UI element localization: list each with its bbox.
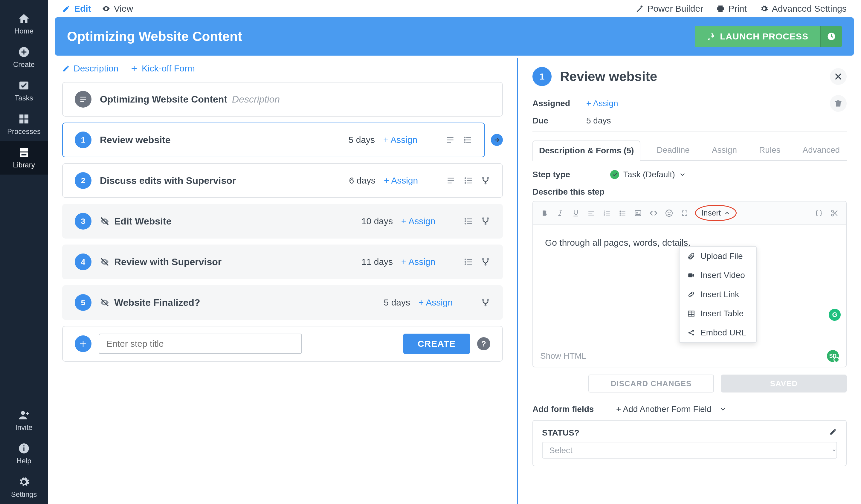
step-assign[interactable]: + Assign <box>401 257 455 267</box>
variables-button[interactable] <box>812 207 825 219</box>
tab-description-forms[interactable]: Description & Forms (5) <box>532 140 640 161</box>
branch-icon[interactable] <box>481 216 490 226</box>
tab-description[interactable]: Description <box>62 63 118 73</box>
detail-tabs: Description & Forms (5) Deadline Assign … <box>532 140 847 161</box>
edit-form-field-button[interactable] <box>829 428 837 438</box>
rail-tasks[interactable]: Tasks <box>0 74 48 108</box>
power-builder[interactable]: Power Builder <box>635 3 703 14</box>
insert-button[interactable]: Insert <box>695 205 737 221</box>
rail-invite[interactable]: Invite <box>0 404 48 437</box>
step-type-selector[interactable]: Task (Default) <box>610 170 686 179</box>
step-assign[interactable]: + Assign <box>401 216 455 226</box>
new-step-input[interactable] <box>99 333 302 354</box>
rail-processes[interactable]: Processes <box>0 108 48 141</box>
list-icon[interactable] <box>463 216 473 226</box>
step-title: Website Finalized? <box>114 297 200 308</box>
fullscreen-button[interactable] <box>678 207 691 219</box>
list-icon[interactable] <box>463 176 473 185</box>
step-card[interactable]: 1 Review website 5 days + Assign <box>62 123 485 157</box>
code-button[interactable] <box>647 207 660 219</box>
step-card[interactable]: 5 Website Finalized? 5 days + Assign <box>62 285 503 320</box>
insert-video[interactable]: Insert Video <box>680 266 756 285</box>
list-icon[interactable] <box>463 135 472 145</box>
insert-link[interactable]: Insert Link <box>680 285 756 304</box>
italic-button[interactable] <box>554 207 566 219</box>
form-field-select[interactable]: Select <box>542 442 837 459</box>
assign-link[interactable]: + Assign <box>586 99 618 108</box>
tab-deadline[interactable]: Deadline <box>651 140 696 160</box>
insert-table[interactable]: Insert Table <box>680 304 756 323</box>
hidden-icon <box>100 257 109 267</box>
link-icon <box>687 290 695 298</box>
help-button[interactable]: ? <box>477 337 490 350</box>
editor-body[interactable]: Go through all pages, words, details, G … <box>533 225 846 345</box>
align-button[interactable] <box>585 207 598 219</box>
rocket-icon <box>707 32 716 41</box>
close-detail-button[interactable] <box>830 68 847 85</box>
user-avatar[interactable]: SR <box>827 350 839 362</box>
rail-home[interactable]: Home <box>0 7 48 41</box>
insert-upload-file[interactable]: Upload File <box>680 247 756 266</box>
tab-rules[interactable]: Rules <box>753 140 787 160</box>
add-form-field-button[interactable]: + Add Another Form Field <box>616 405 726 414</box>
print[interactable]: Print <box>716 3 747 14</box>
lines-icon[interactable] <box>446 176 456 185</box>
tab-advanced[interactable]: Advanced <box>797 140 846 160</box>
tab-kickoff[interactable]: Kick-off Form <box>131 63 195 73</box>
describe-label: Describe this step <box>532 187 847 197</box>
bold-button[interactable] <box>538 207 551 219</box>
lines-icon[interactable] <box>446 135 455 145</box>
rail-settings[interactable]: Settings <box>0 471 48 504</box>
step-assign[interactable]: + Assign <box>383 135 437 145</box>
image-button[interactable] <box>632 207 644 219</box>
advanced-settings[interactable]: Advanced Settings <box>760 3 847 14</box>
step-deadline[interactable]: 10 days <box>333 216 393 226</box>
rail-help[interactable]: Help <box>0 437 48 471</box>
form-field-card: STATUS? Select <box>532 420 847 466</box>
step-card[interactable]: 2 Discuss edits with Supervisor 6 days +… <box>62 163 503 198</box>
step-deadline[interactable]: 6 days <box>316 176 375 186</box>
step-type-label: Step type <box>532 170 610 179</box>
new-step-row: CREATE ? <box>62 326 503 362</box>
step-card[interactable]: 3 Edit Website 10 days + Assign <box>62 204 503 239</box>
snippets-button[interactable] <box>828 207 840 219</box>
pencil-icon <box>62 65 70 72</box>
emoji-button[interactable] <box>663 207 675 219</box>
grammarly-badge[interactable]: G <box>829 309 840 321</box>
rail-create[interactable]: Create <box>0 41 48 74</box>
pencil-icon <box>829 428 837 436</box>
step-assign[interactable]: + Assign <box>419 297 472 308</box>
insert-embed-url[interactable]: Embed URL <box>680 323 756 342</box>
branch-icon[interactable] <box>481 298 490 307</box>
launch-button[interactable]: LAUNCH PROCESS <box>695 26 820 47</box>
step-deadline[interactable]: 11 days <box>333 257 393 267</box>
open-detail-button[interactable] <box>491 134 503 146</box>
tab-assign[interactable]: Assign <box>706 140 743 160</box>
step-deadline[interactable]: 5 days <box>351 297 410 308</box>
share-icon <box>687 329 695 337</box>
branch-icon[interactable] <box>481 176 490 185</box>
create-step-button[interactable]: CREATE <box>403 333 470 354</box>
plus-icon <box>131 65 138 72</box>
process-header-card[interactable]: Optimizing Website ContentDescription <box>62 82 503 117</box>
delete-step-button[interactable] <box>830 95 847 112</box>
unordered-list-button[interactable] <box>616 207 629 219</box>
launch-menu[interactable] <box>820 26 842 47</box>
list-icon[interactable] <box>463 257 473 267</box>
branch-icon[interactable] <box>481 257 490 267</box>
banner-title: Optimizing Website Content <box>67 29 242 44</box>
ordered-list-button[interactable] <box>601 207 613 219</box>
code-icon <box>650 209 657 217</box>
mode-edit[interactable]: Edit <box>62 3 91 14</box>
step-card[interactable]: 4 Review with Supervisor 11 days + Assig… <box>62 245 503 279</box>
step-deadline[interactable]: 5 days <box>315 135 375 145</box>
rail-library[interactable]: Library <box>0 141 48 175</box>
step-number: 3 <box>75 213 92 230</box>
step-title: Review website <box>100 135 307 146</box>
show-html-link[interactable]: Show HTML <box>540 351 586 361</box>
underline-button[interactable] <box>570 207 582 219</box>
insert-menu: Upload File Insert Video Insert Link Ins… <box>679 246 757 343</box>
discard-changes-button[interactable]: DISCARD CHANGES <box>588 374 714 393</box>
step-assign[interactable]: + Assign <box>384 176 438 186</box>
mode-view[interactable]: View <box>102 3 133 14</box>
